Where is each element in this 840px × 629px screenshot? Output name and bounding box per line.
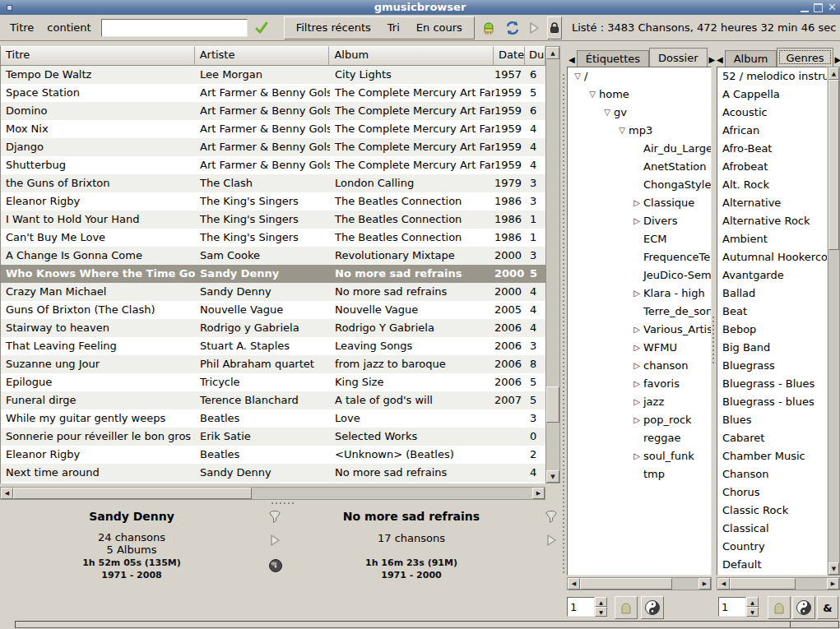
artist-filter-button[interactable]: [268, 510, 281, 527]
tab-genres[interactable]: Genres: [777, 48, 833, 67]
folder-tree-item[interactable]: ▷ Classique: [568, 194, 711, 212]
genre-invert-button[interactable]: [792, 596, 815, 619]
expander-icon[interactable]: ▷: [630, 212, 643, 230]
album-play-button[interactable]: [545, 534, 558, 549]
song-row[interactable]: Eleanor Rigby The King's Singers The Bea…: [1, 192, 545, 210]
song-row[interactable]: Mox Nix Art Farmer & Benny Golson The Co…: [1, 120, 545, 138]
folder-tree-item[interactable]: ▽ /: [568, 67, 711, 86]
tree-hscroll-thumb[interactable]: [580, 578, 672, 590]
song-row[interactable]: While my guitar gently weeps Beatles Lov…: [1, 409, 545, 428]
expander-icon[interactable]: ▷: [630, 194, 643, 212]
lock-button[interactable]: [547, 16, 562, 39]
folder-tree-item[interactable]: tmp: [568, 465, 711, 483]
folder-tree-item[interactable]: ▷ chanson: [568, 357, 711, 375]
search-input[interactable]: [101, 19, 248, 37]
folder-tree-item[interactable]: ▷ jazz: [568, 393, 711, 411]
song-row[interactable]: Epilogue Tricycle King Size 2006 5: [1, 373, 545, 391]
expander-icon[interactable]: ▽: [615, 122, 629, 140]
info-pane-handle[interactable]: [271, 502, 296, 504]
songlist-hscrollbar[interactable]: ◀ ▶: [0, 487, 545, 500]
browser-splitter-handle[interactable]: [712, 317, 714, 366]
genre-vscroll-thumb[interactable]: [828, 80, 839, 250]
expander-icon[interactable]: ▷: [630, 321, 643, 339]
expander-icon[interactable]: ▷: [630, 284, 643, 303]
tree-hscrollbar[interactable]: ◀ ▶: [567, 577, 712, 590]
genre-item[interactable]: Cabaret: [717, 429, 827, 447]
genre-item[interactable]: Alternative Rock: [717, 212, 827, 230]
genre-item[interactable]: Chanson: [717, 465, 827, 483]
folder-tree-item[interactable]: AnetStation: [568, 158, 711, 176]
column-header-title[interactable]: Titre: [1, 46, 195, 66]
folder-tree-item[interactable]: ▽ home: [568, 86, 711, 104]
genre-item[interactable]: Alt. Rock: [717, 176, 827, 194]
spin-down-arrow[interactable]: ▼: [746, 607, 759, 617]
scroll-right-arrow[interactable]: ▶: [827, 578, 839, 590]
folder-tree-item[interactable]: Terre_de_son: [568, 303, 711, 321]
genre-item[interactable]: Afrobeat: [717, 158, 827, 176]
song-row[interactable]: Crazy Man Michael Sandy Denny No more sa…: [1, 283, 545, 301]
album-filter-button[interactable]: [545, 510, 558, 527]
folder-tree-item[interactable]: ▷ Various_Artist: [568, 321, 711, 339]
genre-item[interactable]: A Cappella: [717, 86, 827, 104]
song-row[interactable]: Shutterbug Art Farmer & Benny Golson The…: [1, 156, 545, 174]
tab-scroll-left-icon[interactable]: ◀: [715, 55, 725, 67]
tab-etiquettes[interactable]: Étiquettes: [577, 50, 649, 67]
song-row[interactable]: Stairway to heaven Rodrigo y Gabriela Ro…: [1, 319, 545, 337]
artist-play-button[interactable]: [268, 534, 281, 549]
folder-tree-item[interactable]: ChongaStyle: [568, 176, 711, 194]
genre-item[interactable]: Chorus: [717, 483, 827, 502]
song-row[interactable]: the Guns of Brixton The Clash London Cal…: [1, 174, 545, 192]
sort-button[interactable]: Tri: [379, 18, 408, 38]
song-row[interactable]: Next time around Sandy Denny No more sad…: [1, 464, 545, 482]
scroll-right-arrow[interactable]: ▶: [698, 578, 711, 590]
genre-item[interactable]: Classic Rock: [717, 502, 827, 520]
genre-item[interactable]: Blues: [717, 411, 827, 429]
folder-tree-item[interactable]: FrequenceTer: [568, 248, 711, 266]
tab-scroll-left-icon[interactable]: ◀: [567, 55, 577, 67]
minimize-button[interactable]: [801, 3, 809, 12]
apply-filter-check-icon[interactable]: [254, 17, 269, 39]
genre-brush-button[interactable]: [768, 596, 791, 619]
spin-down-arrow[interactable]: ▼: [595, 607, 607, 617]
genre-vscrollbar[interactable]: ▲ ▼: [828, 67, 840, 576]
genre-item[interactable]: Bluegrass - Blues: [717, 375, 827, 393]
genre-page-input[interactable]: [718, 597, 746, 617]
filter-operator-button[interactable]: contient: [44, 21, 94, 34]
songlist-vscroll-thumb[interactable]: [546, 386, 559, 423]
artist-picture-button[interactable]: [268, 558, 283, 576]
filter-field-button[interactable]: Titre: [7, 21, 37, 34]
genre-item[interactable]: Acoustic: [717, 104, 827, 122]
song-row[interactable]: A Change Is Gonna Come Sam Cooke Revolut…: [1, 247, 545, 265]
genre-item[interactable]: Bluegrass - blues: [717, 393, 827, 411]
song-row[interactable]: Suzanne ung Jour Phil Abraham quartet fr…: [1, 355, 545, 373]
tree-brush-button[interactable]: [615, 596, 638, 619]
expander-icon[interactable]: ▷: [630, 375, 643, 393]
genre-item[interactable]: African: [717, 122, 827, 140]
expander-icon[interactable]: ▽: [586, 86, 599, 104]
genre-item[interactable]: Alternative: [717, 194, 827, 212]
song-row[interactable]: Tempo De Waltz Lee Morgan City Lights 19…: [1, 66, 545, 84]
tree-page-input[interactable]: [567, 597, 595, 617]
genre-item[interactable]: Bluegrass: [717, 357, 827, 375]
genre-item[interactable]: Chamber Music: [717, 447, 827, 465]
column-header-duration[interactable]: Du: [525, 46, 545, 66]
pane-splitter-handle[interactable]: [563, 74, 564, 576]
scroll-up-arrow[interactable]: ▲: [828, 67, 839, 80]
song-row[interactable]: Domino Art Farmer & Benny Golson The Com…: [1, 102, 545, 120]
song-row[interactable]: Funeral dirge Terence Blanchard A tale o…: [1, 391, 545, 409]
song-row[interactable]: Sonnerie pour réveiller le bon gros si E…: [1, 428, 545, 446]
genre-item[interactable]: Big Band: [717, 339, 827, 357]
scroll-down-arrow[interactable]: ▼: [828, 562, 839, 575]
refresh-button[interactable]: [504, 17, 521, 39]
column-header-date[interactable]: Date: [494, 46, 525, 66]
songlist-vscrollbar[interactable]: ▲ ▼: [545, 46, 560, 483]
song-row[interactable]: Eleanor Rigby Beatles <Unknown> (Beatles…: [1, 446, 545, 464]
close-button[interactable]: ✕: [828, 1, 837, 14]
spin-up-arrow[interactable]: ▲: [746, 597, 759, 607]
genre-item[interactable]: Bebop: [717, 321, 827, 339]
folder-tree-item[interactable]: ▷ favoris: [568, 375, 711, 393]
folder-tree-item[interactable]: ECM: [568, 230, 711, 248]
scroll-left-arrow[interactable]: ◀: [568, 578, 580, 590]
songlist-hscroll-thumb[interactable]: [13, 488, 252, 499]
folder-tree-item[interactable]: ▽ gv: [568, 104, 711, 122]
